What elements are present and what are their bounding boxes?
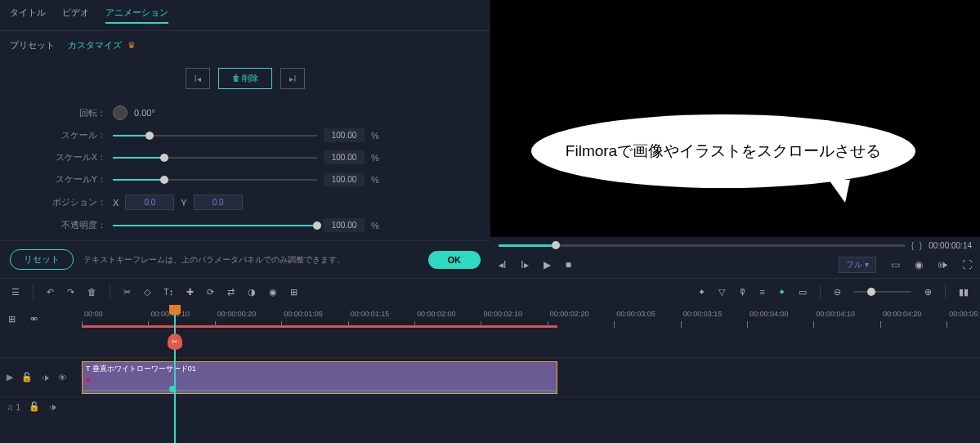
zoom-out-icon[interactable]: ⊖ xyxy=(834,287,841,298)
range-bar xyxy=(82,325,557,328)
timeline-clip[interactable]: T 垂直ホワイトローワーサード01 ♦ xyxy=(82,361,557,394)
bubble-tail xyxy=(829,180,850,203)
settings-icon[interactable]: ⇄ xyxy=(227,287,235,298)
ruler-tick: 00:00:04:00 xyxy=(747,321,748,328)
opacity-value[interactable]: 100.00 xyxy=(324,218,365,232)
opacity-pct: % xyxy=(371,221,379,230)
playhead-head-icon xyxy=(169,305,181,315)
keyframe-icon[interactable]: ✦ xyxy=(778,287,785,298)
rotation-label: 回転： xyxy=(33,107,106,119)
ruler-tick: 00:00:00:20 xyxy=(215,321,216,328)
crop-icon[interactable]: ✚ xyxy=(186,287,194,298)
timeline-ruler[interactable]: ✂ 00:0000:00:00:1000:00:00:2000:00:01:05… xyxy=(82,305,980,328)
cut-icon[interactable]: ✂ xyxy=(123,287,131,298)
speed-icon[interactable]: ⟳ xyxy=(207,287,214,298)
color-icon[interactable]: ◑ xyxy=(248,287,256,298)
crown-icon: ♛ xyxy=(128,40,136,50)
ruler-tick: 00:00 xyxy=(82,321,83,328)
ruler-tick: 00:00:00:10 xyxy=(148,321,149,328)
audio-lock-icon[interactable]: 🔓 xyxy=(29,401,40,412)
subtab-preset[interactable]: プリセット xyxy=(10,39,55,51)
subtab-customize[interactable]: カスタマイズ ♛ xyxy=(68,39,136,51)
effects-icon[interactable]: ⊞ xyxy=(290,287,298,298)
bubble-text: Filmoraで画像やイラストをスクロールさせる xyxy=(566,141,881,162)
playhead[interactable]: ✂ xyxy=(174,305,176,443)
rotation-value: 0.00° xyxy=(134,108,175,118)
snapshot-icon[interactable]: ◉ xyxy=(915,259,923,271)
timecode: 00:00:00:14 xyxy=(929,241,972,250)
audio-mute-icon[interactable]: 🕩 xyxy=(48,402,57,412)
zoom-in-icon[interactable]: ⊕ xyxy=(924,287,932,298)
position-y-value[interactable]: 0.0 xyxy=(194,195,243,210)
text-icon[interactable]: T↕ xyxy=(163,287,173,297)
divider xyxy=(110,285,110,298)
ruler-tick: 00:00:02:00 xyxy=(414,321,415,328)
subtab-customize-label: カスタマイズ xyxy=(68,40,122,50)
track-video-icon[interactable]: ▶ xyxy=(7,372,13,383)
scale-slider[interactable] xyxy=(113,135,317,136)
preview-viewport[interactable]: Filmoraで画像やイラストをスクロールさせる xyxy=(490,0,980,237)
delete-icon[interactable]: 🗑 xyxy=(87,287,96,297)
track-align-icon[interactable]: ⊞ xyxy=(8,314,16,324)
scale-value[interactable]: 100.00 xyxy=(324,128,365,142)
delete-keyframe-button[interactable]: 🗑 削除 xyxy=(218,68,273,89)
keyframe-diamond-icon: ♦ xyxy=(86,374,96,384)
footer-hint: テキストキーフレームは、上のパラメータパネルでのみ調整できます。 xyxy=(83,254,418,266)
track-lock-icon[interactable]: 🔓 xyxy=(21,372,33,383)
mark-in-icon[interactable]: { xyxy=(911,240,915,250)
next-keyframe-button[interactable]: ▸I xyxy=(280,68,305,89)
scale-pct: % xyxy=(371,131,379,141)
quality-select[interactable]: フル ▾ xyxy=(839,257,876,273)
auto-icon[interactable]: ✦ xyxy=(698,287,705,298)
audio-track-label: ♫ 1 xyxy=(7,402,20,412)
scaley-slider[interactable] xyxy=(113,179,317,181)
render-icon[interactable]: ▭ xyxy=(799,287,807,298)
position-x-value[interactable]: 0.0 xyxy=(125,195,174,210)
mixer-icon[interactable]: ≡ xyxy=(760,287,765,297)
track-visible-icon[interactable]: 👁 xyxy=(58,373,67,383)
fit-icon[interactable]: ▮▮ xyxy=(959,287,969,298)
seek-slider[interactable] xyxy=(499,244,905,247)
position-label: ポジション： xyxy=(33,196,106,208)
scalex-pct: % xyxy=(371,153,379,163)
ok-button[interactable]: OK xyxy=(428,251,481,269)
reset-button[interactable]: リセット xyxy=(10,249,74,270)
greenscreen-icon[interactable]: ◉ xyxy=(269,287,277,298)
menu-icon[interactable]: ☰ xyxy=(11,287,20,298)
tag-icon[interactable]: ◇ xyxy=(144,287,150,298)
track-mute-icon[interactable]: 🕩 xyxy=(41,373,50,383)
delete-label: 削除 xyxy=(242,74,258,83)
mark-out-icon[interactable]: } xyxy=(919,240,922,250)
zoom-slider[interactable] xyxy=(854,291,911,293)
ruler-tick: 00:00:01:05 xyxy=(281,321,282,328)
track-link-icon[interactable]: ⚮ xyxy=(30,314,38,324)
divider xyxy=(945,285,946,298)
next-frame-button[interactable]: I▸ xyxy=(521,259,528,271)
divider xyxy=(820,285,821,298)
position-y-label: Y xyxy=(181,198,186,208)
quality-label: フル xyxy=(846,260,862,269)
opacity-slider[interactable] xyxy=(113,225,317,226)
undo-icon[interactable]: ↶ xyxy=(47,287,54,298)
play-button[interactable]: ▶ xyxy=(544,259,551,271)
ruler-tick: 00:00:04:20 xyxy=(880,321,881,328)
tab-title[interactable]: タイトル xyxy=(10,7,46,24)
prev-frame-button[interactable]: ◂I xyxy=(499,259,506,271)
stop-button[interactable]: ■ xyxy=(566,259,571,271)
volume-icon[interactable]: 🕪 xyxy=(937,259,947,271)
prev-keyframe-button[interactable]: I◂ xyxy=(186,68,210,89)
marker-icon[interactable]: ▽ xyxy=(718,287,725,298)
tab-animation[interactable]: アニメーション xyxy=(105,7,168,24)
display-icon[interactable]: ▭ xyxy=(891,259,900,271)
tab-video[interactable]: ビデオ xyxy=(62,7,89,24)
mic-icon[interactable]: 🎙 xyxy=(738,287,747,297)
scalex-slider[interactable] xyxy=(113,157,317,159)
scalex-value[interactable]: 100.00 xyxy=(324,150,365,164)
redo-icon[interactable]: ↷ xyxy=(67,287,74,298)
playhead-scissors-icon[interactable]: ✂ xyxy=(168,333,182,350)
scaley-value[interactable]: 100.00 xyxy=(324,172,365,186)
position-x-label: X xyxy=(113,198,119,208)
fullscreen-icon[interactable]: ⛶ xyxy=(962,259,972,271)
rotation-knob[interactable] xyxy=(113,105,128,120)
ruler-tick: 00:00:05:05 xyxy=(946,321,947,328)
